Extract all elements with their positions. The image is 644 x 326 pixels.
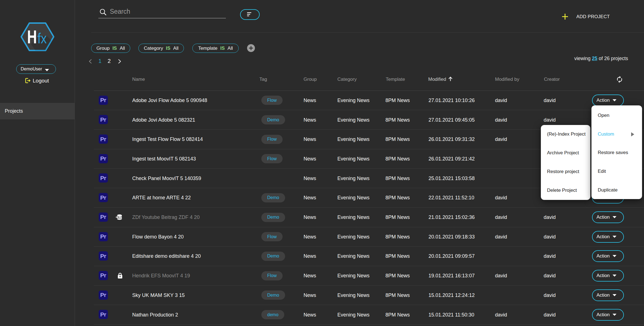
svg-text:fx: fx <box>37 30 47 46</box>
svg-text:H: H <box>27 27 37 47</box>
